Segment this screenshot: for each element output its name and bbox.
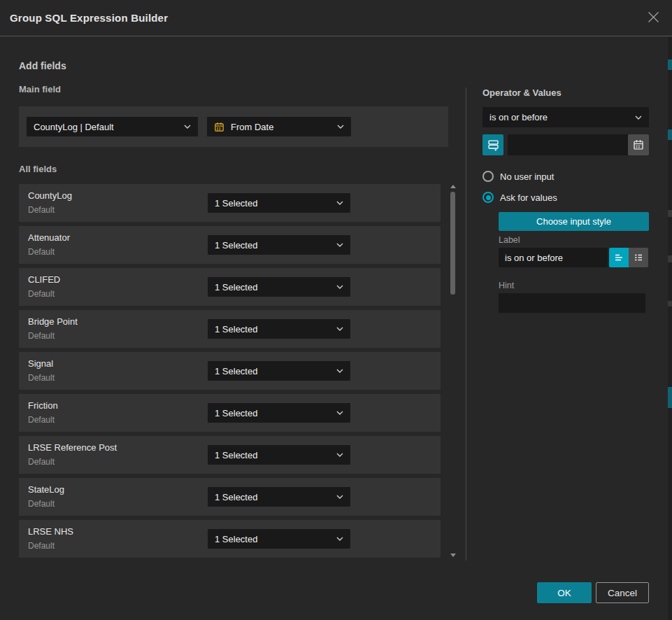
field-selection-value: 1 Selected xyxy=(215,240,257,251)
input-style-list-toggle[interactable] xyxy=(629,248,648,267)
scrollbar-down-arrow[interactable] xyxy=(450,554,456,557)
chevron-down-icon xyxy=(184,125,191,129)
chevron-down-icon xyxy=(336,327,343,331)
background-app-fragment xyxy=(668,301,672,307)
all-fields-list: CountyLog Default 1 Selected Attenuator … xyxy=(19,181,441,561)
background-app-fragment xyxy=(668,210,672,217)
field-selection-dropdown[interactable]: 1 Selected xyxy=(208,403,350,423)
field-selection-dropdown[interactable]: 1 Selected xyxy=(208,277,350,297)
cancel-button[interactable]: Cancel xyxy=(596,582,649,603)
main-field-dropdown[interactable]: From Date xyxy=(207,117,351,136)
field-selection-value: 1 Selected xyxy=(215,450,257,460)
value-input-row xyxy=(482,134,649,155)
field-row: Bridge Point Default 1 Selected xyxy=(19,310,441,348)
background-app-strip xyxy=(668,37,672,620)
scrollbar-up-arrow[interactable] xyxy=(450,185,456,188)
field-name: LRSE Reference Post xyxy=(28,442,117,453)
field-subtitle: Default xyxy=(28,457,55,467)
all-fields-heading: All fields xyxy=(19,164,57,174)
chevron-down-icon xyxy=(336,243,343,247)
label-input[interactable] xyxy=(499,248,608,267)
calendar-icon xyxy=(633,139,644,150)
single-line-input-icon xyxy=(613,252,624,263)
field-subtitle: Default xyxy=(28,247,55,257)
combobox-rows-icon xyxy=(487,139,499,151)
field-row: StateLog Default 1 Selected xyxy=(19,478,441,516)
chevron-down-icon xyxy=(336,369,343,373)
field-subtitle: Default xyxy=(28,415,55,425)
radio-ask-for-values[interactable]: Ask for values xyxy=(482,192,557,203)
field-selection-dropdown[interactable]: 1 Selected xyxy=(208,361,350,381)
field-selection-dropdown[interactable]: 1 Selected xyxy=(208,193,350,213)
operator-values-heading: Operator & Values xyxy=(482,87,562,98)
field-selection-dropdown[interactable]: 1 Selected xyxy=(208,529,350,549)
main-layer-dropdown[interactable]: CountyLog | Default xyxy=(27,117,198,136)
field-row: LRSE NHS Default 1 Selected xyxy=(19,520,441,558)
list-input-icon xyxy=(633,252,644,263)
label-caption: Label xyxy=(499,235,520,245)
field-name: Friction xyxy=(28,400,58,411)
field-name: Bridge Point xyxy=(28,316,78,327)
chevron-down-icon xyxy=(336,453,343,457)
choose-input-style-button[interactable]: Choose input style xyxy=(499,212,649,231)
field-selection-dropdown[interactable]: 1 Selected xyxy=(208,445,350,465)
field-selection-dropdown[interactable]: 1 Selected xyxy=(208,235,350,255)
radio-circle-icon xyxy=(482,171,494,182)
field-selection-value: 1 Selected xyxy=(215,282,257,293)
field-selection-dropdown[interactable]: 1 Selected xyxy=(208,319,350,339)
field-selection-value: 1 Selected xyxy=(215,492,257,502)
hint-caption: Hint xyxy=(499,281,514,290)
field-subtitle: Default xyxy=(28,289,55,299)
field-name: CountyLog xyxy=(28,190,72,201)
main-field-heading: Main field xyxy=(19,84,61,94)
field-row: CLIFED Default 1 Selected xyxy=(19,268,441,306)
field-row: Signal Default 1 Selected xyxy=(19,352,441,390)
field-row: CountyLog Default 1 Selected xyxy=(19,184,441,222)
radio-no-user-input-label: No user input xyxy=(500,171,554,182)
field-selection-value: 1 Selected xyxy=(215,324,257,334)
field-subtitle: Default xyxy=(28,499,55,509)
field-row: Friction Default 1 Selected xyxy=(19,394,441,432)
dialog-title: Group SQL Expression Builder xyxy=(10,12,168,24)
close-button[interactable] xyxy=(645,10,661,26)
field-subtitle: Default xyxy=(28,331,55,341)
field-subtitle: Default xyxy=(28,205,55,215)
chevron-down-icon xyxy=(336,537,343,541)
ok-button[interactable]: OK xyxy=(537,582,592,603)
calendar-icon xyxy=(214,122,224,132)
main-field-panel: CountyLog | Default From Date xyxy=(19,106,448,147)
background-app-fragment xyxy=(668,255,672,262)
chevron-down-icon xyxy=(635,115,642,120)
chevron-down-icon xyxy=(336,411,343,415)
operator-dropdown-value: is on or before xyxy=(489,112,548,122)
background-app-fragment xyxy=(668,129,672,140)
chevron-down-icon xyxy=(336,285,343,289)
field-row: Attenuator Default 1 Selected xyxy=(19,226,441,264)
group-sql-expression-builder-dialog: Group SQL Expression Builder Add fields … xyxy=(0,0,672,620)
input-style-single-toggle[interactable] xyxy=(609,248,629,267)
field-row: LRSE Reference Post Default 1 Selected xyxy=(19,436,441,474)
date-picker-button[interactable] xyxy=(628,134,649,155)
field-name: LRSE NHS xyxy=(28,526,73,537)
field-name: Attenuator xyxy=(28,232,70,243)
background-app-fragment xyxy=(668,387,672,408)
main-layer-dropdown-value: CountyLog | Default xyxy=(34,122,114,132)
hint-input[interactable] xyxy=(499,293,645,313)
date-value-input[interactable] xyxy=(508,134,628,155)
field-subtitle: Default xyxy=(28,373,55,383)
panel-divider xyxy=(466,87,466,561)
operator-dropdown[interactable]: is on or before xyxy=(482,107,649,127)
field-selection-value: 1 Selected xyxy=(215,534,257,544)
chevron-down-icon xyxy=(337,125,344,129)
field-selection-value: 1 Selected xyxy=(215,408,257,418)
field-selection-dropdown[interactable]: 1 Selected xyxy=(208,487,350,507)
field-selection-value: 1 Selected xyxy=(215,198,257,209)
value-type-button[interactable] xyxy=(482,134,503,155)
background-app-fragment xyxy=(668,59,672,70)
scrollbar-thumb[interactable] xyxy=(450,192,455,295)
close-icon xyxy=(648,11,659,23)
field-selection-value: 1 Selected xyxy=(215,366,257,376)
radio-no-user-input[interactable]: No user input xyxy=(482,171,554,182)
operator-values-panel: Operator & Values is on or before xyxy=(482,87,649,367)
chevron-down-icon xyxy=(336,495,343,499)
